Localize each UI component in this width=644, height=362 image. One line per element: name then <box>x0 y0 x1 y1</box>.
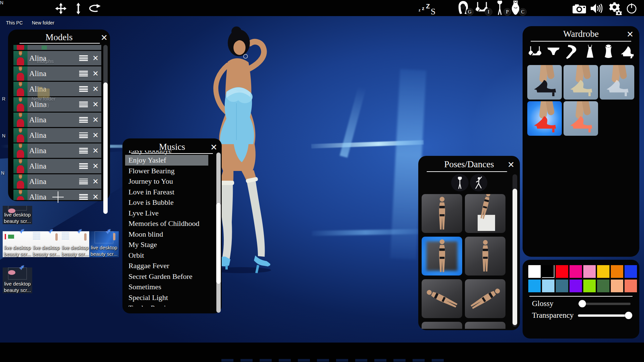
model-menu-icon[interactable] <box>79 132 88 138</box>
color-swatch[interactable] <box>542 280 554 292</box>
musics-scrollbar[interactable] <box>216 153 221 313</box>
desktop-shortcut[interactable]: ➤➤ live desktopbeauty scr... <box>89 231 119 257</box>
model-row-clipped[interactable] <box>13 45 101 50</box>
model-row[interactable]: Alina ✕ <box>13 128 101 142</box>
poses-scrollbar[interactable] <box>513 174 517 327</box>
model-menu-icon[interactable] <box>79 179 88 185</box>
color-swatch[interactable] <box>583 280 596 292</box>
pose-thumbnail[interactable] <box>465 237 505 276</box>
transparency-slider-thumb[interactable] <box>625 312 632 319</box>
music-track[interactable]: Orbit <box>125 250 208 261</box>
wardrobe-close-button[interactable]: ✕ <box>627 30 634 39</box>
music-track[interactable]: Secret Garden Before <box>125 271 208 282</box>
model-row[interactable]: Alina ✕ <box>13 97 101 112</box>
settings-icon[interactable] <box>608 2 622 16</box>
model-remove-icon[interactable]: ✕ <box>93 116 99 124</box>
music-track[interactable]: Tender Passion <box>125 303 208 307</box>
transparency-slider[interactable] <box>578 314 631 317</box>
bra-category-icon[interactable] <box>527 44 543 60</box>
music-track[interactable]: Love is Bubble <box>125 197 208 208</box>
color-swatch[interactable] <box>556 280 568 292</box>
models-scrollbar[interactable] <box>103 45 108 199</box>
music-track[interactable]: Lyve Live <box>125 208 208 219</box>
desktop-shortcut[interactable]: ➤➤ live desktopbeauty scr... <box>3 231 32 257</box>
color-swatch[interactable] <box>528 280 541 292</box>
music-track[interactable]: Love in Fareast <box>125 187 208 197</box>
color-swatch[interactable] <box>611 280 623 292</box>
music-track[interactable]: Easy Goodbye <box>125 150 208 155</box>
scale-vertical-icon[interactable] <box>75 2 82 16</box>
poses-scrollbar-thumb[interactable] <box>513 189 517 325</box>
model-row[interactable]: Alina ✕ <box>13 143 101 158</box>
music-track[interactable]: Sometimes <box>125 282 208 292</box>
model-menu-icon[interactable] <box>79 117 88 123</box>
model-remove-icon[interactable]: ✕ <box>93 85 99 94</box>
desktop-label-this-pc[interactable]: This PC <box>6 20 23 25</box>
power-icon[interactable] <box>626 3 637 15</box>
model-row[interactable]: Alina ✕ <box>13 66 101 81</box>
model-remove-icon[interactable]: ✕ <box>93 131 99 140</box>
music-track[interactable]: Flower Bearing <box>125 166 208 176</box>
musics-close-button[interactable]: ✕ <box>210 143 217 152</box>
glossy-slider[interactable] <box>578 303 631 305</box>
music-track[interactable]: My Stage <box>125 239 208 250</box>
music-track[interactable]: Special Light <box>125 292 208 303</box>
model-menu-icon[interactable] <box>79 86 88 92</box>
color-swatch[interactable] <box>542 265 554 278</box>
glossy-slider-thumb[interactable] <box>579 300 586 307</box>
model-row[interactable]: Alina ✕ <box>13 51 101 65</box>
pose-thumbnail[interactable] <box>422 279 462 318</box>
model-remove-icon[interactable]: ✕ <box>93 69 99 78</box>
poses-tab[interactable] <box>451 174 469 191</box>
corset-category-icon[interactable] <box>601 44 616 60</box>
color-swatch[interactable] <box>570 280 582 292</box>
rotate-icon[interactable] <box>87 4 101 15</box>
models-scrollbar-thumb[interactable] <box>103 82 108 214</box>
panties-category-icon[interactable] <box>546 44 561 60</box>
color-swatch[interactable] <box>528 265 541 278</box>
girls-panel-button[interactable]: G <box>455 0 473 16</box>
body-panel-button[interactable]: C <box>508 0 526 16</box>
color-swatch[interactable] <box>597 280 609 292</box>
model-row[interactable]: Alina ✕ <box>13 82 101 96</box>
stockings-category-icon[interactable] <box>564 44 580 60</box>
model-remove-icon[interactable]: ✕ <box>93 100 99 109</box>
musics-scrollbar-thumb[interactable] <box>216 203 221 284</box>
color-swatch[interactable] <box>625 265 637 278</box>
model-row[interactable]: Alina ✕ <box>13 113 101 127</box>
music-track[interactable]: Raggae Fever <box>125 260 208 271</box>
shoe-thumbnail[interactable] <box>527 101 562 136</box>
music-track[interactable]: Memories of Childhood <box>125 218 208 229</box>
model-menu-icon[interactable] <box>79 102 88 108</box>
model-menu-icon[interactable] <box>79 148 88 154</box>
desktop-shortcut[interactable]: ➤➤ live desktopbeauty scr... <box>60 231 90 257</box>
shoe-thumbnail[interactable] <box>527 65 562 100</box>
pose-thumbnail[interactable] <box>465 279 505 318</box>
desktop-label-new-folder[interactable]: New folder <box>32 20 54 25</box>
music-track[interactable]: Enjoy Yaslef <box>125 155 208 166</box>
move-icon[interactable] <box>55 2 67 16</box>
model-remove-icon[interactable]: ✕ <box>93 193 99 200</box>
model-menu-icon[interactable] <box>79 71 88 77</box>
pose-thumbnail[interactable] <box>465 194 505 233</box>
models-close-button[interactable]: ✕ <box>101 34 108 42</box>
desktop-shortcut[interactable]: ➤➤ live desktopbeauty scr... <box>3 206 32 224</box>
color-swatch[interactable] <box>611 265 623 278</box>
pose-thumbnail[interactable] <box>465 322 505 329</box>
music-track[interactable]: Journey to You <box>125 176 208 187</box>
pose-thumbnail[interactable] <box>422 237 462 276</box>
shoe-thumbnail[interactable] <box>564 101 598 136</box>
pose-thumbnail[interactable] <box>422 322 462 329</box>
camera-icon[interactable] <box>572 4 586 15</box>
model-row[interactable]: Alina ✕ <box>13 190 101 200</box>
model-menu-icon[interactable] <box>79 55 88 61</box>
color-swatch[interactable] <box>556 265 568 278</box>
dances-tab[interactable] <box>470 174 487 191</box>
color-swatch[interactable] <box>597 265 609 278</box>
model-remove-icon[interactable]: ✕ <box>93 54 99 63</box>
desktop-shortcut[interactable]: ➤➤ live desktopbeauty scr... <box>32 231 61 257</box>
model-menu-icon[interactable] <box>79 194 88 200</box>
model-row[interactable]: Alina ✕ <box>13 174 101 189</box>
model-remove-icon[interactable]: ✕ <box>93 146 99 155</box>
music-track[interactable]: Moon blind <box>125 229 208 240</box>
